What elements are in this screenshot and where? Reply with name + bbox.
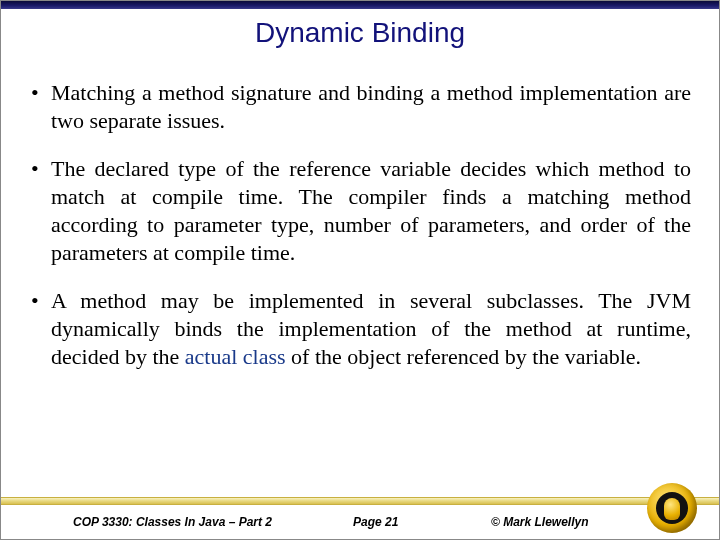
slide: Dynamic Binding • Matching a method sign… — [0, 0, 720, 540]
bullet-marker: • — [31, 287, 51, 371]
bullet-text: The declared type of the reference varia… — [51, 155, 691, 267]
footer-copyright: © Mark Llewellyn — [491, 515, 589, 529]
bullet-marker: • — [31, 155, 51, 267]
ucf-logo-icon — [647, 483, 697, 533]
footer-page-number: Page 21 — [353, 515, 398, 529]
bullet-item: • The declared type of the reference var… — [31, 155, 691, 267]
footer-accent-bar — [1, 497, 719, 505]
footer: COP 3330: Classes In Java – Part 2 Page … — [1, 505, 719, 539]
top-accent-bar — [1, 1, 719, 9]
bullet-text: Matching a method signature and binding … — [51, 79, 691, 135]
bullet-text-post: of the object referenced by the variable… — [286, 344, 641, 369]
slide-body: • Matching a method signature and bindin… — [31, 79, 691, 479]
logo-pegasus — [664, 498, 680, 520]
bullet-text: A method may be implemented in several s… — [51, 287, 691, 371]
bullet-item: • Matching a method signature and bindin… — [31, 79, 691, 135]
bullet-item: • A method may be implemented in several… — [31, 287, 691, 371]
keyword-actual-class: actual class — [185, 344, 286, 369]
footer-course: COP 3330: Classes In Java – Part 2 — [73, 515, 272, 529]
bullet-marker: • — [31, 79, 51, 135]
slide-title: Dynamic Binding — [1, 17, 719, 49]
